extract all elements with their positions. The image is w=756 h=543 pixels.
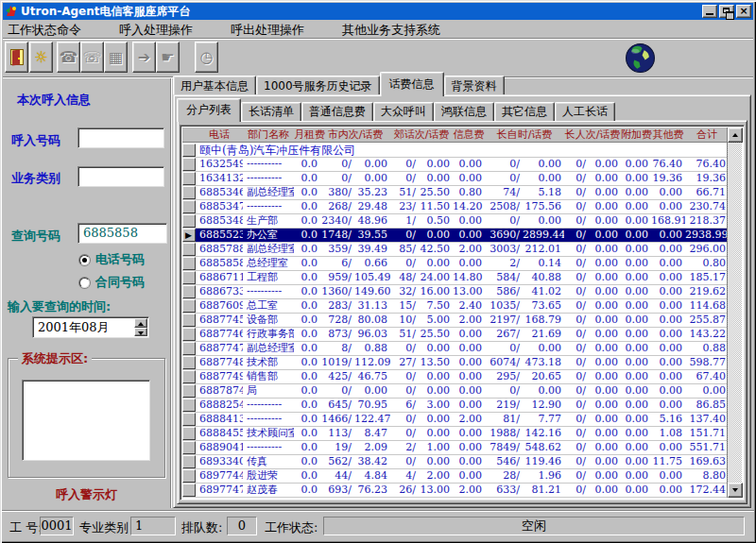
menu-item-0[interactable]: 工作状态命令 bbox=[3, 21, 86, 40]
row-indicator bbox=[182, 271, 196, 284]
cell-local-calls: 0/ bbox=[320, 172, 354, 185]
cell-local-calls: 283/ bbox=[320, 299, 354, 313]
tab-main-1[interactable]: 1000号服务历史记录 bbox=[256, 76, 380, 95]
transfer-button[interactable]: ☛ bbox=[156, 42, 180, 73]
table-row[interactable]: 6889041----------0.019/2.092/1.000.00784… bbox=[182, 441, 727, 455]
radio-contract-number[interactable]: 合同号码 bbox=[79, 274, 145, 291]
radio-phone-number[interactable]: 电话号码 bbox=[79, 251, 145, 268]
close-button[interactable]: × bbox=[736, 5, 751, 18]
keypad-button[interactable]: ▦ bbox=[104, 42, 128, 73]
table-row[interactable]: 6897747赵茂春0.0693/76.2326/13.002.00633/81… bbox=[182, 484, 727, 498]
cell-rent: 0.0 bbox=[294, 229, 320, 242]
tab-sub-2[interactable]: 普通信息费 bbox=[301, 102, 373, 121]
cell-suburb-calls: 26/ bbox=[390, 484, 419, 497]
cell-dept: 局 bbox=[243, 384, 294, 398]
cell-other-fee: 5.16 bbox=[651, 413, 685, 426]
hangup-button[interactable]: ☏ bbox=[80, 42, 104, 73]
table-row[interactable]: 6887609总工室0.0283/31.1315/7.502.401035/73… bbox=[182, 299, 727, 314]
vertical-scrollbar[interactable] bbox=[727, 127, 742, 498]
table-row[interactable]: 6887874局0.00/0.000/0.000.000/0.000/0.000… bbox=[182, 384, 727, 399]
tab-sub-3[interactable]: 大众呼叫 bbox=[373, 102, 434, 121]
caller-number-input[interactable] bbox=[77, 127, 164, 148]
table-row[interactable]: 6887748技术部0.01019/112.0927/13.500.006074… bbox=[182, 356, 727, 370]
tab-sub-5[interactable]: 其它信息 bbox=[494, 102, 555, 121]
main-tabs: 用户基本信息1000号服务历史记录话费信息背景资料 bbox=[173, 71, 505, 95]
query-month-input[interactable]: 2001年08月 bbox=[32, 316, 149, 338]
state-value: 空闲 bbox=[323, 517, 745, 535]
cell-ld-auto-time: 2/ bbox=[485, 257, 523, 270]
table-row[interactable]: 6887747副总经理室0.08/0.880/0.000.000/0.000/0… bbox=[182, 342, 727, 356]
tab-sub-6[interactable]: 人工长话 bbox=[555, 102, 615, 121]
table-row[interactable]: 6885348生产部0.02340/48.961/0.500.000/0.000… bbox=[182, 214, 727, 229]
dial-button[interactable]: ◷ bbox=[195, 42, 218, 73]
table-row[interactable]: 6887749销售部0.0425/46.750/0.000.00295/20.6… bbox=[182, 370, 727, 384]
table-row[interactable]: 6887745设备部0.0728/80.0810/5.002.002197/16… bbox=[182, 314, 727, 328]
table-row[interactable]: 6885346副总经理室0.0380/35.2351/25.500.8074/5… bbox=[182, 186, 727, 200]
table-row[interactable]: 6887746行政事务部0.0873/96.0351/25.500.00267/… bbox=[182, 328, 727, 342]
menu-item-2[interactable]: 呼出处理操作 bbox=[226, 21, 309, 40]
cell-ld-auto-time: 6074/ bbox=[485, 356, 523, 369]
scroll-down-button[interactable] bbox=[728, 483, 743, 498]
forward-button[interactable]: ➔ bbox=[132, 42, 156, 73]
alert-lamp-label: 呼入警示灯 bbox=[2, 486, 171, 503]
table-row[interactable]: 1634132----------0.00/0.000/0.000.000/0.… bbox=[182, 172, 727, 186]
cell-surcharge: 0.00 bbox=[621, 299, 651, 313]
row-indicator bbox=[182, 328, 196, 341]
cell-ld-auto-fee: 81.21 bbox=[523, 484, 564, 497]
answer-button[interactable]: ☎ bbox=[57, 42, 80, 73]
tab-sub-1[interactable]: 长话清单 bbox=[241, 102, 301, 121]
menu-item-1[interactable]: 呼入处理操作 bbox=[114, 21, 198, 40]
exit-button[interactable] bbox=[5, 42, 28, 73]
table-row[interactable]: 6888455技术顾问室0.0113/8.470/0.000.001988/14… bbox=[182, 427, 727, 441]
table-row[interactable]: 6897744殷进荣0.044/4.844/2.000.0028/1.960/0… bbox=[182, 469, 727, 484]
cell-ld-manual-calls: 0/ bbox=[564, 356, 589, 369]
cell-dept: ---------- bbox=[243, 413, 294, 426]
tab-main-3[interactable]: 背景资料 bbox=[444, 76, 505, 95]
cell-ld-manual-fee: 0.00 bbox=[589, 158, 621, 171]
query-number-input[interactable]: 6885858 bbox=[77, 223, 167, 244]
tab-sub-0[interactable]: 分户列表 bbox=[177, 98, 241, 122]
cell-suburb-calls: 0/ bbox=[390, 370, 419, 383]
cell-ld-auto-time: 28/ bbox=[485, 469, 523, 483]
table-row[interactable]: 6888254----------0.0645/70.956/3.000.002… bbox=[182, 399, 727, 413]
cell-suburb-calls: 2/ bbox=[390, 441, 419, 454]
table-row[interactable]: 6893340传真0.0562/38.420/0.000.00546/119.4… bbox=[182, 455, 727, 469]
table-row[interactable]: 6888413----------0.01466/122.470/0.002.0… bbox=[182, 413, 727, 427]
cell-ld-auto-fee: 212.01 bbox=[523, 243, 564, 256]
table-row[interactable]: 6886733----------0.01360/149.6032/16.001… bbox=[182, 285, 727, 299]
scroll-up-button[interactable] bbox=[728, 127, 743, 143]
cell-ld-auto-fee: 1.96 bbox=[523, 469, 564, 483]
company-name: 颐中(青岛)汽车冲压件有限公司 bbox=[196, 144, 727, 157]
minimize-button[interactable] bbox=[702, 5, 717, 18]
tab-main-0[interactable]: 用户基本信息 bbox=[173, 76, 256, 95]
service-type-input[interactable] bbox=[77, 166, 164, 187]
ready-button[interactable]: ☼ bbox=[29, 42, 53, 73]
tab-sub-4[interactable]: 鸿联信息 bbox=[434, 102, 494, 121]
table-row[interactable]: 6886711工程部0.0959/105.4948/24.0014.80584/… bbox=[182, 271, 727, 285]
spin-down-button[interactable] bbox=[134, 328, 147, 336]
header-spacer bbox=[182, 127, 196, 142]
header-cell-7: 长人次/话费 bbox=[564, 127, 621, 142]
company-row[interactable]: 颐中(青岛)汽车冲压件有限公司 bbox=[182, 144, 727, 158]
radio-phone-number-label: 电话号码 bbox=[95, 251, 145, 268]
table-row[interactable]: 1632549----------0.00/0.000/0.000.000/0.… bbox=[182, 158, 727, 172]
cell-total: 598.77 bbox=[685, 356, 727, 369]
cell-other-fee: 0.00 bbox=[651, 285, 685, 298]
table-row[interactable]: 6885858总经理室0.06/0.660/0.000.002/0.140/0.… bbox=[182, 257, 727, 271]
account-list-page: 电话部门名称月租费市内次/话费郊话次/话费信息费长自时/话费长人次/话费附加费其… bbox=[177, 120, 747, 504]
cell-suburb-calls: 0/ bbox=[390, 158, 419, 171]
cell-local-calls: 1019/ bbox=[320, 356, 354, 369]
table-row[interactable]: 6885788副总经理室0.0359/39.4985/42.502.003003… bbox=[182, 243, 727, 257]
cell-local-calls: 0/ bbox=[320, 158, 354, 171]
tab-main-2[interactable]: 话费信息 bbox=[380, 72, 444, 96]
spin-up-button[interactable] bbox=[134, 318, 147, 328]
cell-rent: 0.0 bbox=[294, 186, 320, 199]
table-row[interactable]: ▶6885523办公室0.01748/39.550/0.000.003690/2… bbox=[182, 229, 727, 243]
cell-ld-auto-fee: 0.14 bbox=[523, 257, 564, 270]
menu-item-3[interactable]: 其他业务支持系统 bbox=[337, 21, 445, 40]
call-info-panel: 本次呼入信息 呼入号码 业务类别 查询号码 6885858 电话号码 合同号码 … bbox=[2, 78, 171, 508]
restore-button[interactable] bbox=[719, 5, 734, 18]
table-row[interactable]: 6885347----------0.0268/29.4823/11.5014.… bbox=[182, 200, 727, 214]
cell-local-calls: 728/ bbox=[320, 314, 354, 327]
cell-total: 143.22 bbox=[685, 328, 727, 341]
